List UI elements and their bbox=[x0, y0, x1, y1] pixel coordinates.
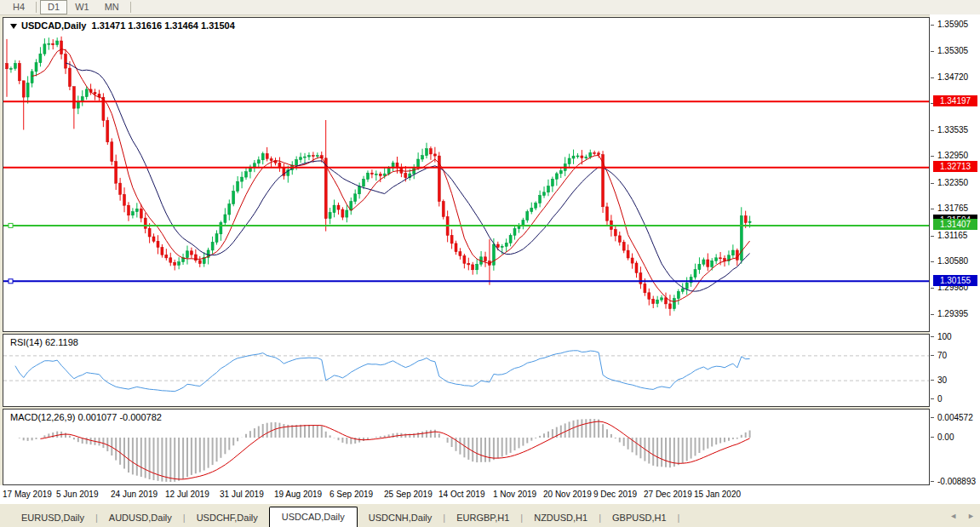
date-label: 5 Jun 2019 bbox=[56, 490, 99, 499]
price-badge-1.31407: 1.31407 bbox=[933, 219, 977, 230]
date-label: 25 Sep 2019 bbox=[384, 490, 433, 499]
rsi-tick-label: 0 bbox=[937, 394, 943, 404]
price-tick-dash bbox=[931, 183, 934, 184]
macd-tick-dash bbox=[931, 481, 934, 482]
chart-symbol-label: USDCAD,Daily bbox=[21, 20, 86, 31]
tab-usdcnh-daily[interactable]: USDCNH,Daily bbox=[358, 509, 444, 527]
tab-scroll-left-icon[interactable]: ◄ bbox=[949, 512, 957, 520]
chart-tab-bar: EURUSD,Daily|AUDUSD,Daily|USDCHF,DailyUS… bbox=[0, 504, 980, 527]
price-tick-dash bbox=[931, 130, 934, 131]
candlestick-chart-canvas[interactable] bbox=[3, 18, 929, 331]
macd-tick-label: 0.00 bbox=[937, 432, 954, 442]
chart-ohlc-values: 1.31471 1.31616 1.31464 1.31504 bbox=[92, 20, 235, 31]
date-label: 14 Oct 2019 bbox=[438, 490, 484, 499]
rsi-label: RSI(14) 62.1198 bbox=[10, 337, 78, 347]
macd-tick-label: 0.004572 bbox=[937, 413, 973, 422]
macd-indicator-panel[interactable]: MACD(12,26,9) 0.001077 -0.000782 bbox=[3, 409, 930, 485]
tab-eurgbp-h1[interactable]: EURGBP,H1 bbox=[445, 509, 520, 527]
macd-tick-dash bbox=[931, 437, 934, 438]
price-badge-1.30155: 1.30155 bbox=[933, 275, 977, 286]
timeframe-toolbar: H4D1W1MN bbox=[0, 0, 980, 15]
macd-signal-line bbox=[40, 421, 749, 479]
price-tick-label: 1.30580 bbox=[937, 256, 968, 266]
price-tick-label: 1.35305 bbox=[937, 46, 968, 55]
date-label: 31 Jul 2019 bbox=[220, 490, 264, 499]
ma-fast-line bbox=[32, 49, 750, 302]
price-tick-dash bbox=[931, 51, 934, 52]
price-tick-label: 1.31765 bbox=[937, 203, 968, 213]
line-handle[interactable] bbox=[9, 279, 13, 284]
date-label: 17 May 2019 bbox=[3, 490, 52, 499]
price-tick-dash bbox=[931, 77, 934, 78]
rsi-tick-label: 100 bbox=[937, 332, 952, 341]
price-tick-dash bbox=[931, 25, 934, 26]
rsi-tick-dash bbox=[931, 355, 934, 356]
price-axis: 1.359051.353051.347201.341351.335351.329… bbox=[930, 14, 980, 504]
macd-label: MACD(12,26,9) 0.001077 -0.000782 bbox=[10, 412, 162, 422]
date-axis: 17 May 20195 Jun 201924 Jun 201912 Jul 2… bbox=[0, 485, 980, 505]
price-tick-label: 1.35905 bbox=[937, 20, 968, 29]
rsi-indicator-panel[interactable]: RSI(14) 62.1198 bbox=[3, 334, 930, 407]
tab-audusd-daily[interactable]: AUDUSD,Daily bbox=[98, 509, 183, 527]
ma-slow-line bbox=[66, 63, 750, 291]
date-label: 15 Jan 2020 bbox=[694, 490, 741, 499]
line-handle[interactable] bbox=[9, 223, 13, 227]
chart-title: USDCAD,Daily 1.31471 1.31616 1.31464 1.3… bbox=[10, 20, 235, 31]
price-tick-label: 1.32950 bbox=[937, 151, 968, 160]
tab-gbpusd-h1[interactable]: GBPUSD,H1 bbox=[601, 509, 678, 527]
timeframe-button-D1[interactable]: D1 bbox=[40, 0, 67, 14]
tab-scroll-right-icon[interactable]: ► bbox=[967, 512, 975, 520]
trading-terminal-window: H4D1W1MN USDCAD,Daily 1.31471 1.31616 1.… bbox=[0, 0, 980, 527]
timeframe-button-W1[interactable]: W1 bbox=[67, 0, 97, 14]
rsi-tick-label: 70 bbox=[937, 351, 947, 360]
chart-tabs: EURUSD,Daily|AUDUSD,Daily|USDCHF,DailyUS… bbox=[0, 504, 679, 527]
tab-usdchf-daily[interactable]: USDCHF,Daily bbox=[186, 509, 269, 527]
tab-nzdusd-h1[interactable]: NZDUSD,H1 bbox=[523, 509, 599, 527]
rsi-tick-dash bbox=[931, 380, 934, 381]
candlestick-series bbox=[6, 37, 752, 316]
rsi-line bbox=[15, 351, 750, 392]
tab-eurusd-daily[interactable]: EURUSD,Daily bbox=[10, 509, 95, 527]
date-label: 20 Nov 2019 bbox=[543, 490, 592, 499]
price-tick-label: 1.32350 bbox=[937, 178, 968, 187]
date-label: 19 Aug 2019 bbox=[274, 490, 322, 499]
price-tick-label: 1.31165 bbox=[937, 231, 967, 240]
price-chart-panel[interactable]: USDCAD,Daily 1.31471 1.31616 1.31464 1.3… bbox=[3, 17, 930, 332]
date-label: 27 Dec 2019 bbox=[644, 490, 692, 499]
date-label: 12 Jul 2019 bbox=[165, 490, 209, 499]
price-tick-label: 1.29395 bbox=[937, 309, 968, 318]
timeframe-button-H4[interactable]: H4 bbox=[5, 0, 32, 14]
timeframe-button-MN[interactable]: MN bbox=[97, 0, 127, 14]
rsi-tick-label: 30 bbox=[937, 375, 947, 385]
price-tick-dash bbox=[931, 261, 934, 262]
rsi-tick-dash bbox=[931, 398, 934, 399]
rsi-tick-dash bbox=[931, 336, 934, 337]
macd-tick-label: -0.008893 bbox=[937, 477, 976, 486]
price-badge-1.34197: 1.34197 bbox=[933, 95, 977, 106]
tab-usdcad-daily[interactable]: USDCAD,Daily bbox=[269, 507, 358, 527]
tab-separator: | bbox=[678, 513, 680, 527]
price-tick-label: 1.33535 bbox=[937, 125, 968, 135]
price-tick-dash bbox=[931, 314, 934, 315]
date-label: 24 Jun 2019 bbox=[111, 490, 158, 499]
date-label: 9 Dec 2019 bbox=[593, 490, 637, 499]
date-label: 6 Sep 2019 bbox=[330, 490, 373, 499]
date-label: 1 Nov 2019 bbox=[493, 490, 536, 499]
symbol-dropdown-icon[interactable] bbox=[10, 24, 17, 29]
price-tick-dash bbox=[931, 156, 934, 157]
price-tick-dash bbox=[931, 236, 934, 237]
rsi-chart-canvas[interactable] bbox=[3, 335, 929, 406]
price-tick-label: 1.34720 bbox=[937, 72, 968, 82]
price-tick-dash bbox=[931, 288, 934, 289]
price-tick-dash bbox=[931, 209, 934, 209]
price-badge-1.32713: 1.32713 bbox=[933, 161, 977, 172]
macd-histogram bbox=[20, 419, 750, 482]
macd-tick-dash bbox=[931, 417, 934, 418]
